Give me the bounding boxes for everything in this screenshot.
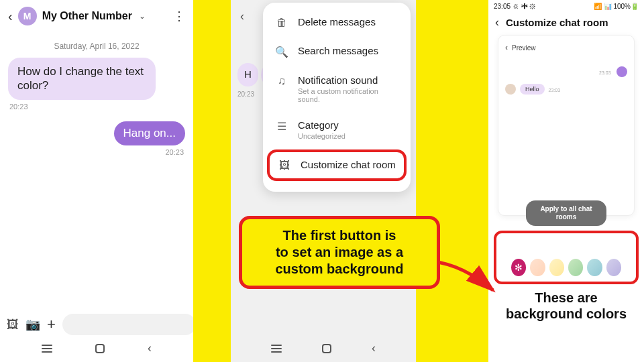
plus-icon[interactable]: + xyxy=(47,316,56,333)
peek-bubble: H xyxy=(237,63,258,86)
chat-header: ‹ M My Other Number ⌄ ⋮ xyxy=(0,0,193,29)
preview-label: Preview xyxy=(512,44,536,52)
swatch-color-2[interactable] xyxy=(549,259,564,276)
phone-screen-1: ‹ M My Other Number ⌄ ⋮ Saturday, April … xyxy=(0,0,193,362)
nav-back-icon[interactable]: ‹ xyxy=(148,341,152,355)
highlight-swatches: ✻ xyxy=(494,231,639,284)
swatch-color-3[interactable] xyxy=(568,259,583,276)
message-input[interactable] xyxy=(62,314,193,335)
apply-all-button[interactable]: Apply to all chat rooms xyxy=(526,200,606,226)
preview-incoming: Hello 23:03 xyxy=(505,84,627,95)
gallery-icon[interactable]: 🖼 xyxy=(7,318,19,332)
system-navbar: ‹ xyxy=(231,339,416,358)
incoming-message[interactable]: How do I change the text color? xyxy=(8,58,156,100)
status-bar: 23:05 ⛭ ✱ ⚙ 📶 📊 100%🔋 xyxy=(488,0,644,11)
back-icon[interactable]: ‹ xyxy=(8,9,13,24)
image-icon: 🖼 xyxy=(278,160,291,172)
contact-name[interactable]: My Other Number xyxy=(42,10,132,22)
preview-avatar xyxy=(616,66,627,77)
status-right: 📶 📊 100%🔋 xyxy=(594,3,639,10)
camera-icon[interactable]: 📷 xyxy=(25,317,40,332)
recents-icon[interactable] xyxy=(42,345,52,353)
preview-timestamp: 23:03 xyxy=(599,70,611,75)
list-icon: ☰ xyxy=(275,120,288,133)
preview-card: ‹Preview 23:03 Hello 23:03 Apply to all … xyxy=(498,35,635,216)
preview-back-icon: ‹ xyxy=(505,43,508,52)
swatch-color-5[interactable] xyxy=(606,259,621,276)
outgoing-message[interactable]: Hang on... xyxy=(114,121,185,145)
menu-notification-sound[interactable]: ♫ Notification sound Set a custom notifi… xyxy=(263,66,411,111)
recents-icon[interactable] xyxy=(271,345,282,353)
swatch-color-1[interactable] xyxy=(530,259,545,276)
more-icon[interactable]: ⋮ xyxy=(173,9,185,23)
annotation-callout: The first button is to set an image as a… xyxy=(239,216,440,289)
annotation-caption: These are background colors xyxy=(488,290,644,322)
back-icon[interactable]: ‹ xyxy=(240,9,244,23)
status-time: 23:05 ⛭ ✱ ⚙ xyxy=(494,3,536,10)
menu-label: Search messages xyxy=(298,45,398,56)
menu-delete-messages[interactable]: 🗑 Delete messages xyxy=(263,8,411,37)
chat-options-menu: 🗑 Delete messages 🔍 Search messages ♫ No… xyxy=(263,3,411,192)
background-swatches: ✻ xyxy=(500,259,632,276)
preview-outgoing: 23:03 xyxy=(505,65,627,77)
menu-category[interactable]: ☰ Category Uncategorized xyxy=(263,111,411,148)
preview-avatar xyxy=(505,84,516,95)
swatch-color-4[interactable] xyxy=(587,259,602,276)
preview-timestamp: 23:03 xyxy=(549,88,561,93)
home-icon[interactable] xyxy=(95,344,105,353)
message-timestamp: 20:23 xyxy=(9,103,184,111)
date-label: Saturday, April 16, 2022 xyxy=(0,42,193,51)
nav-back-icon[interactable]: ‹ xyxy=(372,341,376,355)
menu-label: Delete messages xyxy=(298,16,398,27)
chevron-down-icon[interactable]: ⌄ xyxy=(139,11,146,21)
music-note-icon: ♫ xyxy=(275,75,288,87)
avatar[interactable]: M xyxy=(18,7,37,25)
customize-header: ‹ Customize chat room xyxy=(488,11,644,35)
outgoing-message-row: Hang on... 20:23 xyxy=(0,121,193,156)
menu-label: Category xyxy=(298,119,398,131)
phone-screen-2: ‹ H th 20:23 🗑 Delete messages 🔍 Search … xyxy=(231,0,416,362)
search-icon: 🔍 xyxy=(275,46,288,58)
phone-screen-3: 23:05 ⛭ ✱ ⚙ 📶 📊 100%🔋 ‹ Customize chat r… xyxy=(488,0,644,362)
back-icon[interactable]: ‹ xyxy=(495,15,499,29)
home-icon[interactable] xyxy=(322,344,331,353)
menu-sublabel: Uncategorized xyxy=(298,132,398,140)
menu-label: Customize chat room xyxy=(301,159,396,170)
menu-sublabel: Set a custom notification sound. xyxy=(298,87,398,103)
menu-customize-chat-room[interactable]: 🖼 Customize chat room xyxy=(270,152,404,178)
swatch-custom-image[interactable]: ✻ xyxy=(511,259,526,276)
incoming-message-row: How do I change the text color? 20:23 xyxy=(0,58,193,111)
preview-bubble: Hello xyxy=(520,84,545,95)
menu-label: Notification sound xyxy=(298,74,398,86)
highlight-customize: 🖼 Customize chat room xyxy=(267,149,407,181)
message-timestamp: 20:23 xyxy=(9,148,184,156)
menu-search-messages[interactable]: 🔍 Search messages xyxy=(263,37,411,66)
trash-icon: 🗑 xyxy=(275,17,288,29)
page-title: Customize chat room xyxy=(506,17,608,28)
composer: 🖼 📷 + ☺ 𝄐 xyxy=(0,310,193,339)
system-navbar: ‹ xyxy=(0,339,193,358)
